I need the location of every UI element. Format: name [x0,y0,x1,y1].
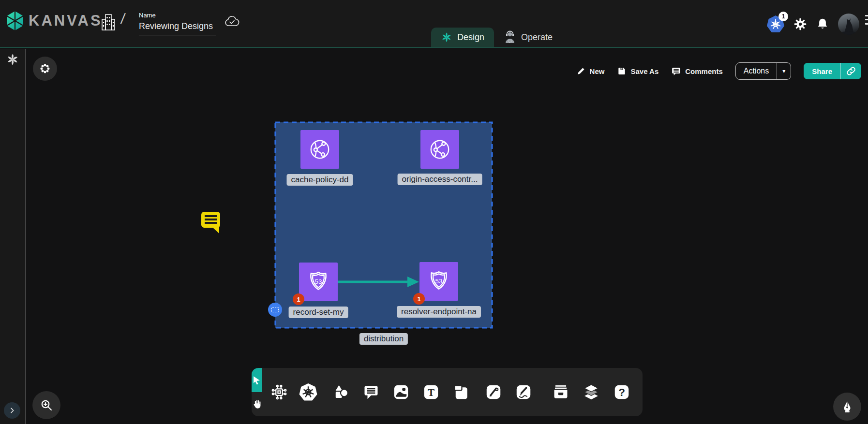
node-cache-policy[interactable] [300,130,339,169]
save-floppy-icon [617,66,627,76]
kanvas-logo[interactable]: KANVAS [6,11,103,31]
name-input[interactable] [139,20,216,35]
node-resolver-endpoint[interactable]: 53 [419,262,458,301]
zoom-in-magnifier-icon [40,398,53,412]
cloud-sync-status-icon [224,15,239,28]
share-button-label: Share [804,63,840,79]
hamburger-menu-icon[interactable] [865,15,868,25]
pointer-tools-column [252,368,262,416]
app-header: KANVAS / Name [0,0,868,48]
chevron-right-icon [8,407,16,414]
design-spiral-icon [441,31,452,43]
shapes-tool[interactable] [332,383,350,401]
breadcrumb-slash: / [120,11,126,27]
tab-operate-label: Operate [521,32,553,43]
comment-bubble-icon [362,383,380,401]
shapes-icon [332,383,350,401]
sticky-note-icon [452,383,470,401]
tab-operate[interactable]: Operate [494,28,562,47]
actions-button-label: Actions [736,63,777,79]
image-tool[interactable] [392,383,410,401]
group-label-distribution: distribution [359,333,408,345]
comments-button-label: Comments [685,67,723,75]
mode-tabs: Design Operate [431,28,562,47]
node-label: record-set-my [289,307,348,318]
node-origin-access-control[interactable] [420,130,459,169]
error-count-badge[interactable]: 1 [293,293,304,305]
layers-icon [582,383,600,401]
left-sidebar [0,49,26,424]
comment-tool[interactable] [362,383,380,401]
image-icon [392,383,410,401]
tab-design-label: Design [457,32,484,43]
logo-wordmark: KANVAS [29,12,103,29]
help-question-icon: ? [613,383,630,401]
tool-dock: T [252,368,643,416]
sidebar-expand-button[interactable] [4,402,20,419]
share-link-icon[interactable] [840,63,861,79]
flower-gear-icon [39,62,51,75]
new-button[interactable]: New [576,66,605,76]
layers-tool[interactable] [582,383,600,401]
app-window: KANVAS / Name [0,0,868,424]
kubernetes-wheel-icon [299,383,317,401]
node-label: cache-policy-dd [286,174,353,186]
svg-text:53: 53 [435,278,443,285]
comment-pin-icon[interactable] [200,211,221,234]
node-record-set[interactable]: 53 [299,263,338,301]
edge-record-set-to-resolver [336,275,421,289]
cursor-arrow-icon [252,375,262,385]
drawer-tool[interactable] [552,383,570,401]
actions-caret-icon[interactable]: ▾ [777,63,791,79]
pen-nib-icon [840,400,854,413]
svg-text:T: T [428,387,434,398]
notifications-bell-icon[interactable] [816,17,829,31]
content-tools-group: T [325,368,477,416]
share-button[interactable]: Share [804,63,861,79]
svg-text:53: 53 [315,278,322,285]
design-name-field: Name [139,12,216,35]
kubernetes-context-button[interactable]: 1 [767,15,784,33]
name-field-label: Name [139,12,216,19]
cloudfront-globe-icon [307,137,332,162]
route53-shield-icon: 53 [427,269,451,293]
tab-design[interactable]: Design [431,28,494,47]
sketch-pencil-tool[interactable] [514,383,533,401]
infra-tools-group [262,368,325,416]
pan-hand-tool[interactable] [252,392,262,416]
operator-headset-icon [504,30,516,44]
comments-icon [671,66,681,76]
organization-icon[interactable] [101,14,116,31]
sticky-note-tool[interactable] [452,383,470,401]
text-tool[interactable]: T [422,383,440,401]
error-count-badge[interactable]: 1 [413,293,425,305]
drawer-archive-icon [552,383,570,401]
canvas-action-bar: New Save As Comments Actions ▾ [576,62,861,80]
zoom-in-button[interactable] [32,391,60,419]
route53-shield-icon: 53 [306,270,330,294]
actions-button[interactable]: Actions ▾ [735,62,792,80]
kanvas-hexagon-icon [6,11,24,31]
canvas-settings-button[interactable] [33,57,57,81]
svg-text:?: ? [618,386,625,398]
settings-gear-icon[interactable] [793,17,807,31]
new-button-label: New [590,67,605,75]
node-label: origin-access-contr... [398,174,482,185]
help-tool[interactable]: ? [613,383,631,401]
pen-path-tool[interactable] [484,383,503,401]
user-avatar[interactable] [838,14,859,35]
select-tool[interactable] [252,368,262,392]
selection-marquee-handle[interactable] [268,303,282,317]
save-as-button[interactable]: Save As [617,66,658,76]
kubernetes-count-badge: 1 [778,12,788,21]
save-as-button-label: Save As [630,67,658,75]
comments-button[interactable]: Comments [671,66,723,76]
kubernetes-tool[interactable] [299,383,317,401]
pen-mode-button[interactable] [833,393,861,421]
sketch-pencil-icon [515,383,532,401]
new-pencil-icon [576,66,586,76]
infrastructure-tool[interactable] [270,383,288,401]
sidebar-spiral-icon[interactable] [6,53,19,66]
marquee-icon [271,307,279,312]
avatar-silhouette [838,14,859,35]
